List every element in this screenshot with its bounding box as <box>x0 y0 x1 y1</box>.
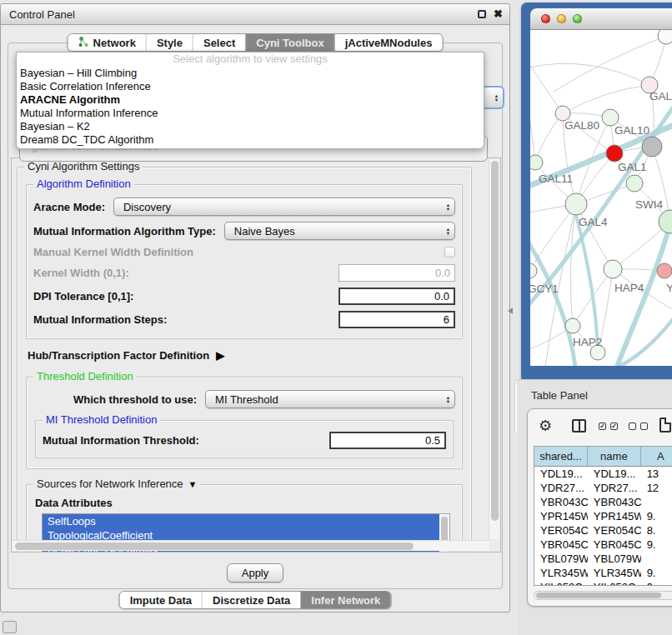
node-label-gal4: GAL4 <box>579 216 608 228</box>
table-cell[interactable]: YDL19... <box>534 467 588 481</box>
kernel-width-input[interactable]: 0.0 <box>339 264 455 282</box>
tab-impute-data[interactable]: Impute Data <box>120 592 202 608</box>
node-label-gal: GAL <box>649 90 672 102</box>
network-node[interactable] <box>626 175 643 192</box>
network-node[interactable] <box>657 263 672 278</box>
close-icon[interactable]: ✖ <box>494 8 503 20</box>
aracne-mode-combo[interactable]: Discovery ▴▾ <box>113 198 455 216</box>
network-node[interactable] <box>565 193 587 215</box>
table-cell[interactable]: YLR345W <box>588 566 641 580</box>
node-label-hap2: HAP2 <box>573 336 602 348</box>
table-cell[interactable]: YER054C <box>534 523 588 538</box>
table-row[interactable]: YBL079WYBL079W <box>534 552 672 566</box>
column-header-shared[interactable]: shared... <box>534 447 588 466</box>
network-node[interactable] <box>642 137 662 157</box>
table-cell[interactable]: YBL079W <box>588 552 641 566</box>
column-header-a[interactable]: A <box>641 447 672 466</box>
select-all-check-icon[interactable]: ✓ <box>610 422 618 430</box>
table-cell[interactable]: YBR043C <box>534 495 588 509</box>
dropdown-option-basic-correlation-inference[interactable]: Basic Correlation Inference <box>17 80 484 93</box>
manual-kernel-width-checkbox[interactable] <box>444 247 455 258</box>
deselect-all-box-icon[interactable] <box>640 422 648 430</box>
table-cell[interactable]: 9 <box>641 580 672 586</box>
table-cell[interactable]: YLR345W <box>534 566 588 580</box>
column-visibility-icon[interactable] <box>572 419 586 432</box>
settings-horizontal-scrollbar-thumb[interactable] <box>15 542 414 550</box>
attribute-item-selfloops[interactable]: SelfLoops <box>43 514 439 528</box>
table-cell[interactable]: YER054C <box>588 523 641 538</box>
table-row[interactable]: YER054CYER054C8. <box>534 523 672 538</box>
mi-algorithm-type-combo[interactable]: Naive Bayes ▴▾ <box>224 222 455 240</box>
network-node[interactable] <box>606 145 623 162</box>
network-node[interactable] <box>604 260 622 278</box>
tab-cyni-toolbox[interactable]: Cyni Toolbox <box>245 34 333 51</box>
table-row[interactable]: YBR043CYBR043C <box>534 495 672 509</box>
float-window-icon[interactable] <box>478 10 486 18</box>
dropdown-option-dream8-dc-tdc-algorithm[interactable]: Dream8 DC_TDC Algorithm <box>17 133 484 147</box>
tab-network[interactable]: Network <box>68 34 146 51</box>
network-node[interactable] <box>658 30 672 44</box>
mi-threshold-input[interactable]: 0.5 <box>329 432 446 449</box>
sources-group-collapser[interactable]: Sources for Network Inference ▼ <box>33 478 200 490</box>
gear-icon[interactable]: ⚙ <box>539 417 552 435</box>
table-row[interactable]: YDL19...YDL19...13 <box>534 467 672 481</box>
split-pane-resize-arrow[interactable] <box>508 308 513 314</box>
dropdown-option-bayesian-hill-climbing[interactable]: Bayesian – Hill Climbing <box>17 67 484 80</box>
dpi-tolerance-input[interactable]: 0.0 <box>339 288 455 305</box>
table-cell[interactable]: YIL052C <box>534 580 588 586</box>
table-cell[interactable]: YBR043C <box>588 495 641 509</box>
table-cell[interactable]: YDL19... <box>588 467 641 481</box>
network-node[interactable] <box>530 155 543 170</box>
table-cell[interactable]: YBR045C <box>588 538 641 552</box>
minimize-traffic-light-icon[interactable] <box>557 14 566 23</box>
table-cell[interactable]: 9. <box>641 566 672 580</box>
table-cell[interactable]: 9. <box>641 509 672 523</box>
close-traffic-light-icon[interactable] <box>541 14 550 23</box>
table-cell[interactable]: YPR145W <box>534 509 588 523</box>
tab-infer-network[interactable]: Infer Network <box>300 592 390 608</box>
table-cell[interactable]: 13 <box>641 467 672 481</box>
tab-style[interactable]: Style <box>146 34 193 51</box>
table-cell[interactable]: YBL079W <box>534 552 588 566</box>
hub-transcription-factor-expander[interactable]: Hub/Transcription Factor Definition ▶ <box>28 349 461 362</box>
minimized-panel-icon[interactable] <box>3 621 17 633</box>
tab-discretize-data[interactable]: Discretize Data <box>202 592 300 608</box>
deselect-all-box-icon[interactable] <box>629 422 636 430</box>
which-threshold-combo[interactable]: MI Threshold ▴▾ <box>205 390 455 408</box>
table-horizontal-scrollbar-thumb[interactable] <box>536 592 661 598</box>
network-node[interactable] <box>530 263 537 278</box>
dropdown-option-aracne-algorithm[interactable]: ARACNE Algorithm <box>17 93 484 107</box>
table-cell[interactable] <box>641 552 672 566</box>
network-node[interactable] <box>565 318 580 333</box>
table-cell[interactable]: YDR27... <box>534 481 588 495</box>
select-all-check-icon[interactable]: ✓ <box>599 422 606 430</box>
table-cell[interactable]: YPR145W <box>588 509 641 523</box>
zoom-traffic-light-icon[interactable] <box>573 14 582 23</box>
table-row[interactable]: YDR27...YDR27...12 <box>534 481 672 495</box>
tab-jactivemnodules[interactable]: jActiveMNodules <box>334 34 443 51</box>
table-cell[interactable]: 8. <box>641 523 672 538</box>
dropdown-placeholder: Select algorithm to view settings <box>17 52 484 67</box>
dropdown-option-mutual-information-inference[interactable]: Mutual Information Inference <box>17 107 484 120</box>
table-row[interactable]: YPR145WYPR145W9. <box>534 509 672 523</box>
dropdown-option-bayesian-k2[interactable]: Bayesian – K2 <box>17 120 484 133</box>
network-node[interactable] <box>602 109 619 126</box>
export-table-icon[interactable] <box>659 418 671 432</box>
column-header-name[interactable]: name <box>588 447 641 466</box>
table-cell[interactable] <box>641 495 672 509</box>
tab-select[interactable]: Select <box>193 34 245 51</box>
mi-steps-input[interactable]: 6 <box>339 311 455 328</box>
table-cell[interactable]: YDR27... <box>588 481 641 495</box>
settings-vertical-scrollbar-thumb[interactable] <box>491 161 499 521</box>
table-cell[interactable]: 9. <box>641 538 672 552</box>
table-row[interactable]: YLR345WYLR345W9. <box>534 566 672 580</box>
apply-button[interactable]: Apply <box>227 563 284 582</box>
table-cell[interactable]: YIL052C <box>588 580 641 586</box>
table-row[interactable]: YIL052CYIL052C9 <box>534 580 672 586</box>
network-canvas[interactable]: GALGAL80GAL10GAL1GAL11SWI4GAL4GCY1HAP4YH… <box>530 30 672 366</box>
network-node[interactable] <box>659 210 672 233</box>
table-cell[interactable]: YBR045C <box>534 538 588 552</box>
table-cell[interactable]: 12 <box>641 481 672 495</box>
node-label-y: Y <box>666 282 672 294</box>
table-row[interactable]: YBR045CYBR045C9. <box>534 538 672 552</box>
